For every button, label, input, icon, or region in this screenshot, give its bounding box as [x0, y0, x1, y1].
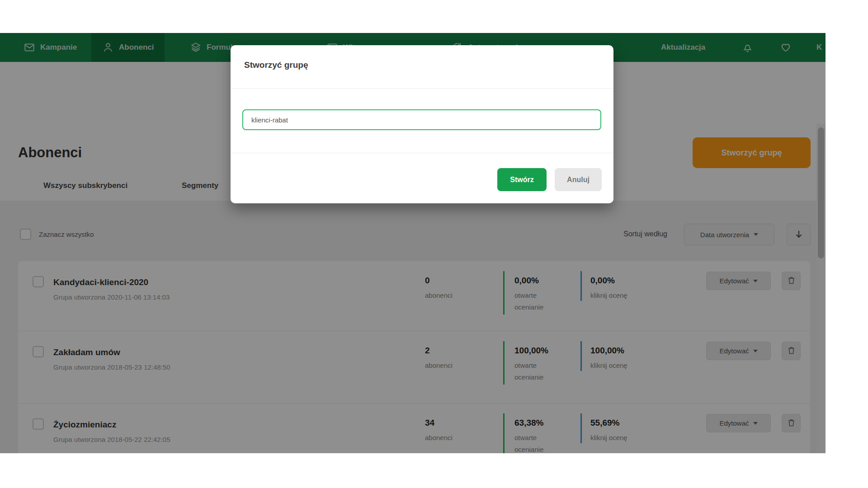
create-button[interactable]: Stwórz — [497, 168, 547, 191]
modal-title: Stworzyć grupę — [244, 60, 308, 70]
cancel-button[interactable]: Anuluj — [555, 168, 602, 191]
screen: Kampanie Abonenci — [0, 0, 868, 488]
app-window: Kampanie Abonenci — [0, 33, 826, 453]
divider — [231, 88, 613, 89]
create-group-modal: Stworzyć grupę Stwórz Anuluj — [231, 45, 613, 203]
group-name-input[interactable] — [242, 109, 601, 130]
divider — [231, 153, 613, 153]
